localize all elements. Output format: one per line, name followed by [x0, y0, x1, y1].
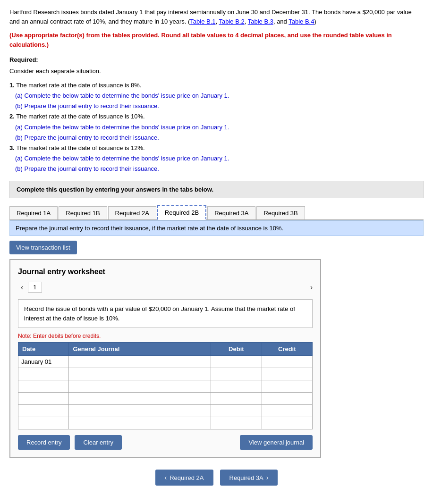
credit-input-4[interactable] [262, 393, 312, 404]
col-header-debit: Debit [211, 343, 262, 356]
journal-cell-2[interactable] [69, 368, 211, 380]
next-arrow-icon: › [266, 474, 269, 481]
credit-cell-3[interactable] [262, 380, 312, 393]
req-3a: (a) Complete the below table to determin… [15, 153, 424, 164]
date-cell-5 [18, 405, 69, 417]
journal-input-3[interactable] [69, 380, 211, 392]
date-cell-1: January 01 [18, 356, 69, 368]
tabs-row: Required 1A Required 1B Required 2A Requ… [9, 205, 424, 220]
debit-input-2[interactable] [211, 368, 261, 380]
intro-paragraph: Hartford Research issues bonds dated Jan… [9, 8, 424, 26]
credit-cell-2[interactable] [262, 368, 312, 380]
col-header-journal: General Journal [69, 343, 211, 356]
prev-nav-button[interactable]: ‹ Required 2A [155, 470, 213, 486]
table-row [18, 380, 313, 393]
journal-cell-4[interactable] [69, 393, 211, 405]
debit-cell-1[interactable] [211, 356, 262, 368]
journal-cell-3[interactable] [69, 380, 211, 393]
tab-description: Prepare the journal entry to record thei… [9, 220, 424, 236]
journal-input-4[interactable] [69, 393, 211, 404]
req-3b: (b) Prepare the journal entry to record … [15, 164, 424, 174]
record-entry-button[interactable]: Record entry [18, 435, 70, 450]
required-header: Required: [9, 55, 424, 65]
credit-cell-1[interactable] [262, 356, 312, 368]
table-b3-link[interactable]: Table B.3 [248, 18, 273, 25]
journal-input-5[interactable] [69, 405, 211, 417]
credit-input-5[interactable] [262, 405, 312, 417]
journal-input-1[interactable] [69, 356, 211, 368]
next-nav-button[interactable]: Required 3A › [220, 470, 278, 486]
table-row [18, 393, 313, 405]
pagination-row: ‹ 1 › [18, 282, 313, 293]
req-2a: (a) Complete the below table to determin… [15, 122, 424, 133]
tab-required-1b[interactable]: Required 1B [59, 206, 107, 219]
prev-nav-label: Required 2A [170, 474, 204, 481]
worksheet-container: Journal entry worksheet ‹ 1 › Record the… [9, 259, 321, 458]
date-cell-2 [18, 368, 69, 380]
req-1b: (b) Prepare the journal entry to record … [15, 101, 424, 111]
view-general-journal-button[interactable]: View general journal [240, 435, 313, 450]
date-cell-4 [18, 393, 69, 405]
credit-input-6[interactable] [262, 417, 312, 429]
journal-cell-6[interactable] [69, 417, 211, 429]
req-item-2: 2. The market rate at the date of issuan… [9, 111, 424, 122]
journal-input-6[interactable] [69, 417, 211, 429]
debit-input-6[interactable] [211, 417, 261, 429]
worksheet-title: Journal entry worksheet [18, 268, 313, 276]
debit-cell-5[interactable] [211, 405, 262, 417]
instruction-box: Complete this question by entering your … [9, 181, 424, 198]
credit-cell-4[interactable] [262, 393, 312, 405]
note-text: Note: Enter debits before credits. [18, 333, 313, 339]
req-1a: (a) Complete the below table to determin… [15, 91, 424, 101]
journal-cell-5[interactable] [69, 405, 211, 417]
req-items: 1. The market rate at the date of issuan… [9, 80, 424, 174]
journal-cell-1[interactable] [69, 356, 211, 368]
col-header-date: Date [18, 343, 69, 356]
next-nav-label: Required 3A [229, 474, 263, 481]
prev-arrow-icon: ‹ [165, 474, 167, 481]
table-b1-link[interactable]: Table B.1 [190, 18, 215, 25]
table-row [18, 417, 313, 429]
page-number: 1 [28, 282, 42, 293]
table-row: January 01 [18, 356, 313, 368]
credit-cell-6[interactable] [262, 417, 312, 429]
credit-input-2[interactable] [262, 368, 312, 380]
debit-input-4[interactable] [211, 393, 261, 404]
date-cell-6 [18, 417, 69, 429]
table-row [18, 405, 313, 417]
next-page-button[interactable]: › [310, 283, 313, 292]
tab-required-1a[interactable]: Required 1A [9, 206, 58, 219]
debit-input-3[interactable] [211, 380, 261, 392]
req-2b: (b) Prepare the journal entry to record … [15, 133, 424, 143]
prev-page-button[interactable]: ‹ [18, 282, 26, 293]
journal-input-2[interactable] [69, 368, 211, 380]
debit-cell-6[interactable] [211, 417, 262, 429]
debit-input-1[interactable] [211, 356, 261, 368]
req-item-3: 3. The market rate at the date of issuan… [9, 143, 424, 153]
record-description: Record the issue of bonds with a par val… [18, 299, 313, 328]
action-buttons: Record entry Clear entry View general jo… [18, 435, 313, 450]
journal-table: Date General Journal Debit Credit Januar… [18, 342, 313, 429]
debit-input-5[interactable] [211, 405, 261, 417]
tab-required-2a[interactable]: Required 2A [108, 206, 156, 219]
tab-required-3b[interactable]: Required 3B [256, 206, 305, 219]
tab-required-2b[interactable]: Required 2B [157, 205, 206, 220]
tab-required-3a[interactable]: Required 3A [207, 206, 255, 219]
table-b4-link[interactable]: Table B.4 [289, 18, 314, 25]
debit-cell-2[interactable] [211, 368, 262, 380]
table-b2-link[interactable]: Table B.2 [219, 18, 245, 25]
req-item-1: 1. The market rate at the date of issuan… [9, 80, 424, 91]
debit-cell-3[interactable] [211, 380, 262, 393]
credit-cell-5[interactable] [262, 405, 312, 417]
clear-entry-button[interactable]: Clear entry [75, 435, 122, 450]
bottom-nav: ‹ Required 2A Required 3A › [9, 470, 424, 486]
credit-input-3[interactable] [262, 380, 312, 392]
warning-text: (Use appropriate factor(s) from the tabl… [9, 31, 424, 49]
credit-input-1[interactable] [262, 356, 312, 368]
required-section: Required: Consider each separate situati… [9, 55, 424, 174]
col-header-credit: Credit [262, 343, 312, 356]
required-subheader: Consider each separate situation. [9, 66, 424, 76]
debit-cell-4[interactable] [211, 393, 262, 405]
view-transaction-button[interactable]: View transaction list [9, 241, 77, 254]
date-cell-3 [18, 380, 69, 393]
